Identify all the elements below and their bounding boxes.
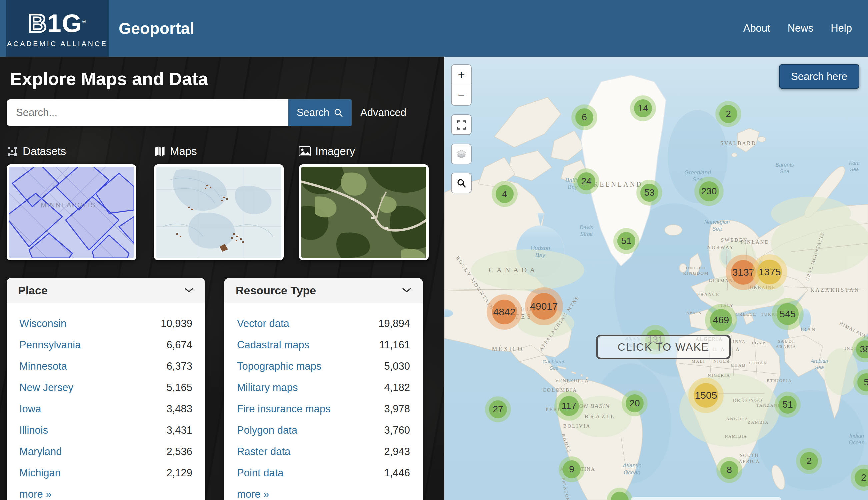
map-cluster-marker[interactable]: 469	[705, 304, 737, 336]
layers-button[interactable]	[452, 144, 471, 164]
cluster-count: 2	[719, 105, 737, 123]
facet-value-link[interactable]: Illinois	[19, 424, 48, 436]
cluster-count: 2	[800, 452, 818, 470]
search-button[interactable]: Search	[288, 99, 352, 126]
facet-value-link[interactable]: Topographic maps	[237, 360, 321, 372]
search-icon	[333, 108, 343, 118]
cluster-count: 27	[489, 400, 507, 418]
facet-value-link[interactable]: New Jersey	[19, 382, 73, 394]
fullscreen-control	[451, 114, 472, 135]
map-cluster-marker[interactable]: 1375	[752, 254, 787, 290]
facet-value-link[interactable]: Vector data	[237, 318, 289, 330]
map-cluster-marker[interactable]: 2	[796, 448, 822, 474]
resource-type-facet-panel: Resource Type Vector data19,894Cadastral…	[224, 278, 423, 500]
map-cluster-marker[interactable]: 4	[492, 181, 518, 207]
site-title: Geoportal	[119, 0, 194, 57]
category-label: Maps	[170, 145, 197, 158]
zoom-control: + −	[451, 64, 472, 106]
facet-more-link[interactable]: more »	[237, 488, 269, 500]
resource-type-facet-title: Resource Type	[236, 284, 316, 297]
place-facet-row: Wisconsin10,939	[19, 313, 192, 334]
resource-type-facet-row: Military maps4,182	[237, 377, 410, 398]
btaa-logo[interactable]: B1G® ACADEMIC ALLIANCE	[6, 0, 108, 57]
maps-thumbnail-card[interactable]	[154, 164, 284, 260]
facet-value-link[interactable]: Polygon data	[237, 424, 297, 436]
map-cluster-marker[interactable]: 27	[485, 396, 511, 422]
place-facet-row: Michigan2,129	[19, 462, 192, 484]
page-title: Explore Maps and Data	[10, 68, 208, 89]
facet-count: 1,446	[384, 467, 410, 479]
nav-link-news[interactable]: News	[788, 22, 814, 34]
facet-count: 11,161	[379, 339, 410, 351]
facet-value-link[interactable]: Iowa	[19, 403, 41, 415]
layers-icon	[456, 149, 467, 160]
cluster-count: 20	[626, 394, 644, 412]
map-cluster-marker[interactable]: 20	[622, 390, 648, 416]
resource-type-facet-header[interactable]: Resource Type	[224, 278, 423, 303]
facet-value-link[interactable]: Point data	[237, 467, 284, 479]
cluster-count: 545	[777, 303, 799, 325]
facet-value-link[interactable]: Minnesota	[19, 360, 67, 372]
map-cluster-marker[interactable]	[607, 488, 633, 500]
map-cluster-marker[interactable]: 49017	[525, 287, 563, 325]
map-cluster-marker[interactable]: 5	[853, 369, 868, 395]
facet-value-link[interactable]: Maryland	[19, 446, 62, 458]
map-cluster-marker[interactable]: 4842	[487, 294, 522, 330]
facet-count: 6,373	[166, 360, 192, 372]
search-button-label: Search	[297, 107, 329, 119]
facet-count: 2,129	[166, 467, 192, 479]
category-imagery[interactable]: Imagery	[299, 145, 355, 158]
map-cluster-marker[interactable]: 51	[613, 228, 639, 254]
nav-link-about[interactable]: About	[743, 22, 770, 34]
map-cluster-marker[interactable]: 38	[852, 336, 868, 362]
datasets-thumbnail-card[interactable]: MINNEAPOLIS	[7, 164, 136, 260]
map-cluster-marker[interactable]: 6	[571, 104, 597, 130]
map-cluster-layer: 6142245323045131371375484249017469545131…	[444, 57, 868, 500]
cluster-count: 4842	[492, 300, 517, 324]
facet-value-link[interactable]: Cadastral maps	[237, 339, 309, 351]
imagery-thumbnail-card[interactable]	[299, 164, 429, 260]
cluster-count: 117	[559, 396, 579, 416]
map-cluster-marker[interactable]: 9	[559, 456, 585, 482]
logo-subtitle: ACADEMIC ALLIANCE	[7, 40, 108, 48]
zoom-in-button[interactable]: +	[452, 65, 471, 85]
map-cluster-marker[interactable]: 2	[851, 465, 868, 491]
facet-value-link[interactable]: Pennsylvania	[19, 339, 81, 351]
category-maps[interactable]: Maps	[154, 145, 197, 158]
place-facet-header[interactable]: Place	[7, 278, 205, 303]
map-cluster-marker[interactable]: 51	[775, 392, 801, 418]
zoom-out-button[interactable]: −	[452, 85, 471, 105]
facet-count: 3,978	[384, 403, 410, 415]
map-cluster-marker[interactable]: 230	[694, 177, 724, 206]
map-cluster-marker[interactable]: 24	[573, 168, 599, 194]
cluster-count: 2	[855, 469, 868, 487]
place-facet-title: Place	[18, 284, 48, 297]
map-search-button[interactable]	[452, 173, 471, 193]
facet-value-link[interactable]: Military maps	[237, 382, 298, 394]
facet-value-link[interactable]: Wisconsin	[19, 318, 66, 330]
svg-text:MINNEAPOLIS: MINNEAPOLIS	[41, 201, 96, 209]
map-cluster-marker[interactable]: 117	[554, 391, 584, 421]
facet-value-link[interactable]: Raster data	[237, 446, 290, 458]
map-cluster-marker[interactable]: 1505	[688, 378, 724, 413]
map-cluster-marker[interactable]: 2	[715, 101, 741, 127]
advanced-search-link[interactable]: Advanced	[360, 99, 406, 126]
world-map[interactable]: GREENLANDSVALBARDGreenland SeaBaffin Bay…	[444, 57, 868, 500]
resource-type-facet-row: Topographic maps5,030	[237, 356, 410, 377]
map-wake-overlay[interactable]: CLICK TO WAKE	[596, 335, 731, 359]
map-cluster-marker[interactable]: 14	[630, 95, 656, 121]
facet-value-link[interactable]: Fire insurance maps	[237, 403, 331, 415]
facet-value-link[interactable]: Michigan	[19, 467, 61, 479]
nav-link-help[interactable]: Help	[831, 22, 852, 34]
facet-more-link[interactable]: more »	[19, 488, 52, 500]
map-cluster-marker[interactable]: 8	[716, 457, 742, 483]
search-here-button[interactable]: Search here	[779, 64, 859, 89]
map-cluster-marker[interactable]: 53	[636, 180, 662, 206]
map-attribution-bar	[631, 497, 781, 500]
search-input[interactable]	[7, 99, 288, 126]
search-icon	[456, 178, 466, 188]
category-datasets[interactable]: Datasets	[7, 145, 66, 158]
place-facet-row: Iowa3,483	[19, 398, 192, 420]
fullscreen-button[interactable]	[452, 115, 471, 135]
map-cluster-marker[interactable]: 545	[772, 298, 804, 330]
